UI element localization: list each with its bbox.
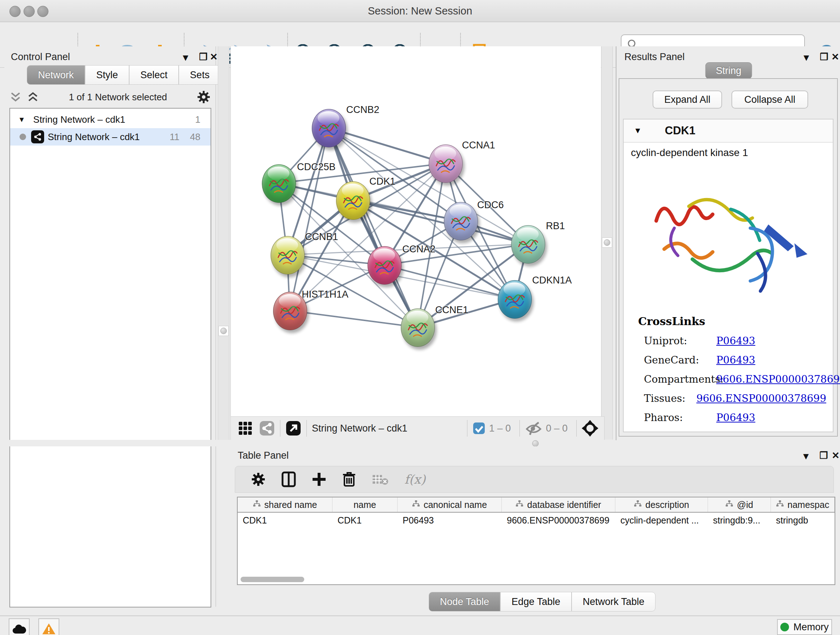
network-row[interactable]: String Network – cdk1 11 48 [10, 128, 210, 146]
table-cell[interactable]: 9606.ENSP00000378699 [502, 513, 615, 528]
node-table[interactable]: shared namenamecanonical namedatabase id… [237, 497, 835, 585]
tab-sets[interactable]: Sets [179, 65, 221, 85]
open-in-new-window-icon[interactable] [286, 420, 302, 436]
delete-table-icon[interactable] [372, 473, 388, 486]
delete-column-icon[interactable] [342, 471, 356, 487]
protein-node-ccna1[interactable] [429, 144, 463, 183]
panel-float-icon[interactable]: ❒ [820, 51, 828, 63]
protein-node-cdc25b[interactable] [262, 165, 296, 203]
table-cell[interactable]: stringdb:9... [708, 513, 771, 528]
column-type-icon [725, 500, 733, 510]
panel-menu-icon[interactable]: ▼ [181, 52, 190, 63]
column-header-namespac[interactable]: namespac [771, 497, 835, 512]
network-options-gear-icon[interactable] [197, 90, 210, 104]
collapse-all-icon[interactable] [9, 91, 22, 103]
crosslink-link[interactable]: 9606.ENSP00000378699 [716, 373, 840, 385]
crosslink-row: Compartments:9606.ENSP00000378699 [638, 373, 826, 385]
protein-node-rb1[interactable] [511, 225, 545, 264]
column-header--id[interactable]: @id [708, 497, 771, 512]
network-edge[interactable] [328, 128, 445, 163]
column-label: shared name [264, 500, 317, 510]
table-panel-title: Table Panel [238, 450, 289, 461]
create-column-icon[interactable] [312, 472, 326, 486]
splitter-handle-icon[interactable] [532, 440, 538, 447]
table-cell[interactable]: stringdb [771, 513, 835, 528]
crosslink-link[interactable]: P06493 [716, 354, 755, 366]
panel-float-icon[interactable]: ❒ [199, 51, 207, 63]
birdseye-navigator-icon[interactable] [582, 420, 598, 437]
network-canvas[interactable]: CCNB2CCNA1CDC25BCDK1CDC6RB1CCNB1CCNA2CDK… [231, 46, 601, 416]
right-splitter[interactable] [601, 46, 613, 440]
crosslink-link[interactable]: 9606.ENSP00000378699 [696, 393, 826, 404]
table-cell[interactable]: cyclin-dependent ... [615, 513, 708, 528]
column-header-shared-name[interactable]: shared name [238, 497, 332, 512]
panel-float-icon[interactable]: ❒ [819, 450, 828, 461]
grid-view-icon[interactable] [238, 421, 253, 435]
splitter-handle-icon[interactable] [604, 239, 610, 246]
column-label: description [645, 500, 689, 510]
status-bar: Memory [0, 616, 840, 635]
function-builder-icon: f(x) [404, 472, 425, 486]
column-header-database-identifier[interactable]: database identifier [502, 497, 615, 512]
network-view-icon[interactable] [259, 420, 275, 436]
panel-menu-icon[interactable]: ▼ [801, 451, 811, 462]
splitter-handle-icon[interactable] [220, 328, 227, 334]
protein-node-cdkn1a[interactable] [498, 280, 532, 318]
tab-node-table[interactable]: Node Table [429, 592, 500, 611]
control-panel: Control Panel ▼ ❒ ✕ Network Style Select… [4, 46, 216, 607]
collapse-section-icon[interactable]: ▼ [634, 126, 642, 135]
panel-close-icon[interactable]: ✕ [832, 450, 840, 461]
toolbar-divider [519, 420, 520, 437]
column-header-name[interactable]: name [332, 497, 398, 512]
table-row[interactable]: CDK1CDK1P064939606.ENSP00000378699cyclin… [238, 513, 835, 528]
table-horizontal-scrollbar[interactable] [240, 577, 304, 582]
hidden-eye-icon[interactable] [525, 421, 542, 435]
expand-all-icon[interactable] [27, 91, 39, 103]
tab-style[interactable]: Style [85, 65, 129, 85]
tab-string[interactable]: String [706, 62, 752, 79]
protein-node-ccna2[interactable] [368, 246, 401, 285]
panel-menu-icon[interactable]: ▼ [802, 52, 811, 63]
table-toolbar: f(x) [235, 466, 834, 493]
horizontal-splitter[interactable] [0, 440, 840, 447]
protein-card-header[interactable]: ▼ CDK1 [624, 119, 833, 143]
node-gloss [276, 238, 298, 252]
crosslink-link[interactable]: P06493 [716, 335, 755, 347]
table-cell[interactable]: P06493 [398, 513, 502, 528]
column-header-description[interactable]: description [615, 497, 708, 512]
tab-network-table[interactable]: Network Table [572, 592, 656, 611]
cloud-icon [12, 624, 26, 634]
show-columns-icon[interactable] [281, 471, 296, 487]
tab-network[interactable]: Network [27, 65, 85, 85]
collapse-all-button[interactable]: Collapse All [731, 90, 808, 109]
tab-select[interactable]: Select [129, 65, 179, 85]
panel-close-icon[interactable]: ✕ [831, 51, 839, 63]
panel-close-icon[interactable]: ✕ [210, 51, 218, 63]
network-edge[interactable] [290, 128, 328, 310]
network-edge-count: 48 [190, 131, 201, 143]
left-splitter[interactable] [218, 46, 229, 440]
crosslink-link[interactable]: P06493 [716, 412, 755, 424]
expand-all-button[interactable]: Expand All [653, 90, 722, 109]
protein-node-cdk1[interactable] [336, 181, 370, 220]
network-edge[interactable] [290, 310, 417, 327]
collection-expand-icon[interactable]: ▼ [18, 116, 25, 124]
results-panel-title: Results Panel [624, 51, 685, 63]
table-cell[interactable]: CDK1 [238, 513, 332, 528]
selected-checkbox-icon[interactable] [472, 422, 485, 435]
protein-node-ccnb2[interactable] [312, 109, 346, 147]
warnings-button[interactable] [38, 618, 59, 635]
protein-card: ▼ CDK1 cyclin-dependent kinase 1 [623, 119, 834, 432]
network-collection-row[interactable]: ▼ String Network – cdk1 1 [10, 111, 210, 128]
crosslink-label: Uniprot: [644, 335, 716, 347]
memory-button[interactable]: Memory [777, 619, 832, 635]
table-options-gear-icon[interactable] [251, 472, 265, 486]
cloud-status-button[interactable] [9, 618, 30, 635]
column-header-canonical-name[interactable]: canonical name [398, 497, 502, 512]
tab-edge-table[interactable]: Edge Table [500, 592, 572, 611]
protein-node-ccnb1[interactable] [271, 236, 305, 274]
table-cell[interactable]: CDK1 [332, 513, 398, 528]
protein-node-cdc6[interactable] [444, 202, 478, 241]
node-label: HIST1H1A [302, 289, 348, 300]
protein-node-ccne1[interactable] [401, 309, 435, 347]
